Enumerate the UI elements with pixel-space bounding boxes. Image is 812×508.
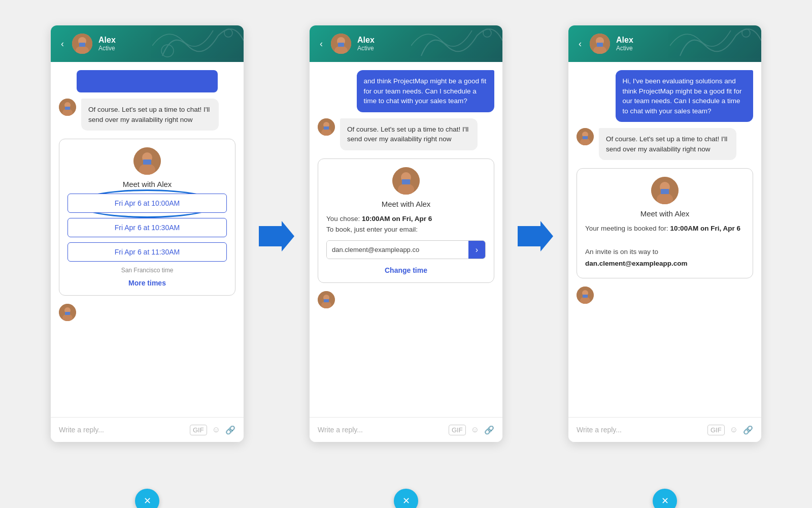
arrow-1	[259, 221, 294, 257]
panel2-wrapper: ‹ Alex Active and th	[310, 25, 502, 483]
chat-area-1: Of course. Let's set up a time to chat! …	[51, 62, 244, 417]
header-avatar-1	[72, 34, 92, 54]
message-row-incoming-3: Of course. Let's set up a time to chat! …	[577, 128, 753, 160]
emoji-icon-1[interactable]: ☺	[212, 425, 220, 434]
header-name-1: Alex	[98, 36, 116, 45]
arrow-2-wrapper	[518, 221, 553, 257]
input-placeholder-1: Write a reply...	[59, 424, 185, 436]
emoji-icon-2[interactable]: ☺	[471, 425, 479, 434]
svg-rect-45	[583, 136, 588, 139]
change-time-link-2[interactable]: Change time	[385, 266, 427, 274]
top-cta-button-1[interactable]	[77, 70, 218, 92]
time-btn-wrapper-1: Fri Apr 6 at 10:00AM	[67, 194, 227, 213]
bubble-incoming-2: Of course. Let's set up a time to chat! …	[340, 118, 478, 150]
chat-area-2: and think ProjectMap might be a good fit…	[310, 62, 502, 417]
phone-frame-2: ‹ Alex Active and th	[310, 25, 502, 442]
invite-prefix: An invite is on its way to	[585, 248, 658, 256]
booked-prefix: Your meeting is booked for:	[585, 225, 670, 232]
svg-rect-41	[597, 43, 603, 47]
svg-rect-53	[583, 295, 588, 298]
page-wrapper: ‹ Alex Active	[10, 25, 802, 483]
svg-marker-36	[518, 221, 553, 251]
more-times-link-1[interactable]: More times	[128, 279, 166, 287]
email-input-row-2[interactable]: ›	[326, 240, 486, 259]
header-info-2: Alex Active	[357, 36, 375, 52]
svg-rect-17	[65, 312, 70, 315]
message-row-incoming-1: Of course. Let's set up a time to chat! …	[59, 99, 235, 131]
invite-email: dan.clement@exampleapp.com	[585, 260, 687, 267]
booked-time: 10:00AM	[670, 225, 699, 232]
back-button-3[interactable]: ‹	[577, 37, 584, 51]
emoji-icon-3[interactable]: ☺	[730, 425, 738, 434]
back-button-2[interactable]: ‹	[318, 37, 325, 51]
chat-input-2[interactable]: Write a reply... GIF ☺ 🔗	[310, 417, 502, 442]
msg-avatar-2	[318, 118, 335, 136]
time-btn-1-0[interactable]: Fri Apr 6 at 10:00AM	[67, 194, 227, 213]
svg-point-0	[224, 29, 232, 37]
close-fab-2[interactable]: ✕	[394, 489, 418, 508]
svg-rect-23	[338, 43, 344, 47]
attach-icon-1[interactable]: 🔗	[225, 425, 235, 435]
svg-rect-31	[402, 179, 410, 184]
booking-card-title-1: Meet with Alex	[123, 180, 172, 188]
header-status-1: Active	[98, 45, 116, 52]
header-pattern	[152, 25, 244, 62]
header-info-1: Alex Active	[98, 36, 116, 52]
message-row-incoming-2: Of course. Let's set up a time to chat! …	[318, 118, 494, 150]
gif-icon-2[interactable]: GIF	[449, 425, 466, 435]
email-input-2[interactable]	[327, 241, 468, 259]
gif-icon-3[interactable]: GIF	[707, 425, 725, 435]
arrow-2	[518, 221, 553, 257]
chat-area-3: Hi, I've been evaluating solutions and t…	[568, 62, 761, 417]
msg-avatar-3	[577, 128, 594, 145]
chat-input-1[interactable]: Write a reply... GIF ☺ 🔗	[51, 417, 244, 442]
bubble-outgoing-3: Hi, I've been evaluating solutions and t…	[616, 70, 753, 122]
chat-input-3[interactable]: Write a reply... GIF ☺ 🔗	[568, 417, 761, 442]
header-2: ‹ Alex Active	[310, 25, 502, 62]
svg-rect-27	[324, 126, 329, 130]
time-btn-1-1[interactable]: Fri Apr 6 at 10:30AM	[67, 218, 227, 237]
close-fab-1[interactable]: ✕	[135, 489, 159, 508]
svg-rect-9	[65, 107, 70, 110]
booking-card-3: Meet with Alex Your meeting is booked fo…	[577, 168, 753, 278]
header-pattern-3	[670, 25, 761, 62]
svg-rect-13	[143, 160, 151, 165]
message-row-bottom-2	[318, 291, 494, 308]
svg-rect-49	[661, 189, 669, 194]
msg-avatar-bottom-2	[318, 291, 335, 308]
close-icon-3: ✕	[661, 495, 669, 506]
gif-icon-1[interactable]: GIF	[190, 425, 207, 435]
panel1-wrapper: ‹ Alex Active	[51, 25, 244, 483]
svg-marker-18	[259, 221, 294, 251]
input-placeholder-3: Write a reply...	[577, 424, 702, 436]
header-3: ‹ Alex Active	[568, 25, 761, 62]
time-btn-1-2[interactable]: Fri Apr 6 at 11:30AM	[67, 242, 227, 262]
back-button-1[interactable]: ‹	[59, 37, 66, 51]
card-avatar-2	[392, 167, 420, 195]
svg-rect-35	[324, 299, 329, 302]
message-row-outgoing-3: Hi, I've been evaluating solutions and t…	[577, 70, 753, 122]
msg-avatar-bottom-3	[577, 287, 594, 304]
booked-info-3: Your meeting is booked for: 10:00AM on F…	[585, 223, 745, 270]
chosen-bold: 10:00AM on Fri, Apr 6	[362, 215, 432, 223]
header-1: ‹ Alex Active	[51, 25, 244, 62]
email-submit-btn-2[interactable]: ›	[468, 241, 485, 259]
header-status-3: Active	[616, 45, 633, 52]
attach-icon-2[interactable]: 🔗	[484, 425, 494, 435]
svg-point-19	[483, 29, 491, 37]
arrow-1-wrapper	[259, 221, 294, 257]
svg-point-37	[742, 29, 750, 37]
card-avatar-1	[133, 147, 161, 175]
message-row-outgoing-2: and think ProjectMap might be a good fit…	[318, 70, 494, 112]
chosen-prefix: You chose:	[326, 215, 362, 223]
header-status-2: Active	[357, 45, 375, 52]
timezone-label-1: San Francisco time	[121, 267, 174, 274]
header-avatar-2	[331, 34, 351, 54]
close-icon-2: ✕	[402, 495, 410, 506]
attach-icon-3[interactable]: 🔗	[743, 425, 753, 435]
header-pattern-2	[411, 25, 502, 62]
input-placeholder-2: Write a reply...	[318, 424, 444, 436]
close-fab-3[interactable]: ✕	[653, 489, 677, 508]
to-book-label: To book, just enter your email:	[326, 226, 418, 233]
bubble-incoming-1: Of course. Let's set up a time to chat! …	[81, 99, 219, 131]
